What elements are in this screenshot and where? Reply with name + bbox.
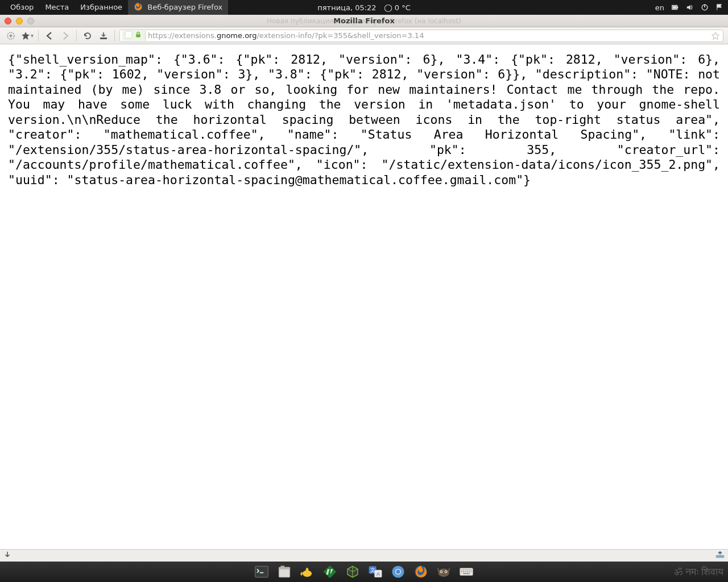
volume-icon[interactable]	[686, 3, 694, 11]
svg-rect-33	[463, 569, 464, 571]
svg-text:文: 文	[370, 567, 375, 573]
svg-rect-35	[467, 569, 468, 571]
svg-point-26	[438, 568, 449, 577]
battery-icon[interactable]	[671, 3, 679, 11]
gnome-bottom-dock: 文A ॐ नमः शिवाय	[0, 562, 728, 582]
dock-teapot-icon[interactable]	[300, 564, 315, 579]
nav-forward-button[interactable]	[59, 30, 72, 42]
svg-point-29	[441, 571, 442, 572]
svg-rect-43	[470, 571, 471, 572]
weather-icon: ◯	[384, 3, 392, 11]
svg-rect-32	[461, 569, 462, 571]
bookmarks-button[interactable]	[20, 30, 31, 42]
dock-mantra-text: ॐ नमः शिवाय	[674, 566, 723, 578]
url-host: gnome.org	[217, 31, 257, 40]
svg-rect-39	[463, 571, 464, 572]
svg-rect-9	[136, 34, 140, 37]
svg-rect-8	[125, 31, 132, 38]
panel-active-app[interactable]: Веб-браузер Firefox	[128, 0, 228, 15]
site-identity-block[interactable]	[122, 31, 146, 41]
json-response-body: {"shell_version_map": {"3.6": {"pk": 281…	[0, 44, 728, 196]
svg-text:A: A	[377, 571, 380, 577]
url-path: /extension-info/?pk=355&shell_version=3.…	[257, 31, 424, 40]
gnome-top-panel: Обзор Места Избранное Веб-браузер Firefo…	[0, 0, 728, 15]
lock-icon	[135, 31, 142, 40]
url-bar[interactable]: https://extensions.gnome.org/extension-i…	[119, 30, 723, 42]
svg-point-30	[445, 571, 446, 572]
firefox-toolbar: ▾ https://extensions.gnome.org/extension…	[0, 27, 728, 44]
url-subdomain: extensions.	[175, 31, 217, 40]
panel-datetime[interactable]: пятница, 05:22	[317, 3, 376, 12]
window-minimize-button[interactable]	[16, 18, 23, 24]
svg-rect-11	[255, 566, 268, 577]
dock-files-icon[interactable]	[277, 564, 292, 579]
url-scheme: https://	[148, 31, 175, 40]
svg-rect-42	[469, 571, 470, 572]
new-tab-button[interactable]	[5, 30, 17, 42]
dock-gvim-icon[interactable]	[322, 564, 337, 579]
svg-rect-38	[461, 571, 462, 572]
svg-rect-14	[281, 566, 285, 567]
firefox-addon-bar	[0, 549, 728, 562]
svg-rect-7	[100, 38, 107, 39]
svg-rect-37	[470, 569, 471, 571]
window-close-button[interactable]	[5, 18, 11, 24]
svg-rect-2	[677, 6, 679, 9]
window-titlebar[interactable]: Новая публикация / Хабрахабр — Firefox (…	[0, 15, 728, 27]
panel-active-app-label: Веб-браузер Firefox	[147, 3, 222, 11]
firefox-icon	[134, 2, 143, 11]
toolbar-separator	[38, 30, 39, 41]
svg-rect-44	[463, 573, 469, 574]
page-content-area: {"shell_version_map": {"3.6": {"pk": 281…	[0, 44, 728, 549]
svg-rect-3	[673, 6, 677, 9]
panel-weather[interactable]: ◯ 0 °C	[384, 3, 411, 12]
dock-gimp-icon[interactable]	[436, 564, 451, 579]
svg-rect-41	[467, 571, 468, 572]
dock-module-icon[interactable]	[345, 564, 360, 579]
dock-terminal-icon[interactable]	[254, 564, 269, 579]
svg-rect-10	[716, 555, 724, 558]
reload-button[interactable]	[81, 30, 94, 42]
nav-back-button[interactable]	[43, 30, 56, 42]
toolbar-separator	[114, 30, 115, 41]
svg-rect-40	[465, 571, 466, 572]
panel-menu-favorites[interactable]: Избранное	[75, 0, 128, 15]
addonbar-upload-icon[interactable]	[715, 551, 725, 560]
panel-menu-overview[interactable]: Обзор	[5, 0, 39, 15]
page-favicon	[125, 31, 133, 40]
power-icon[interactable]	[701, 3, 709, 11]
svg-point-24	[396, 569, 400, 573]
dock-firefox-icon[interactable]	[413, 564, 428, 579]
svg-rect-34	[465, 569, 466, 571]
downloads-button[interactable]	[97, 30, 110, 42]
svg-point-17	[306, 568, 308, 569]
panel-temperature: 0 °C	[395, 3, 411, 12]
url-text: https://extensions.gnome.org/extension-i…	[148, 31, 424, 40]
flag-icon[interactable]	[715, 3, 723, 11]
svg-rect-36	[469, 569, 470, 571]
window-maximize-button[interactable]	[27, 18, 34, 24]
dock-chromium-icon[interactable]	[391, 564, 406, 579]
panel-menu-places[interactable]: Места	[39, 0, 75, 15]
dock-keyboard-icon[interactable]	[459, 564, 474, 579]
bookmark-star-icon[interactable]	[710, 32, 721, 40]
window-title: Mozilla Firefox	[333, 16, 395, 25]
toolbar-separator	[76, 30, 77, 41]
svg-point-15	[303, 571, 312, 577]
dock-translate-icon[interactable]: 文A	[368, 564, 383, 579]
panel-lang-indicator[interactable]: en	[655, 3, 664, 12]
addonbar-down-icon[interactable]	[3, 551, 11, 560]
bookmarks-chevron-icon[interactable]: ▾	[31, 32, 34, 39]
